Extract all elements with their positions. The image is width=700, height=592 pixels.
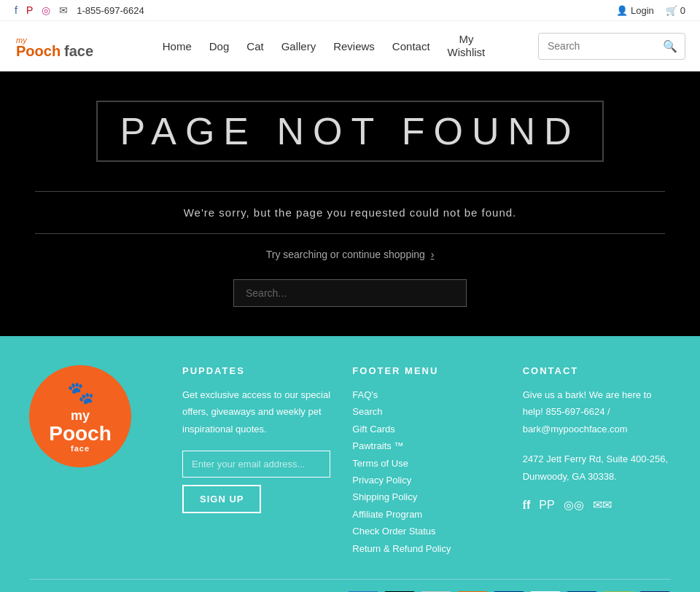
not-found-search-box xyxy=(233,279,467,307)
nav-home[interactable]: Home xyxy=(163,40,192,52)
footer-link-terms[interactable]: Terms of Use xyxy=(352,455,500,472)
not-found-subtext: Try searching or continue shopping › xyxy=(266,249,435,260)
facebook-icon[interactable]: f xyxy=(15,4,18,16)
contact-address1: 2472 Jett Ferry Rd, Suite 400-256, xyxy=(523,451,671,467)
footer-pinterest-icon[interactable]: P xyxy=(539,495,554,516)
footer-main: 🐾 my Pooch face PUPDATES Get exclusive a… xyxy=(29,365,671,557)
not-found-search-input[interactable] xyxy=(233,279,467,307)
signup-button[interactable]: SIGN UP xyxy=(182,485,261,513)
top-bar-left: f P ◎ ✉ 1-855-697-6624 xyxy=(15,4,144,16)
cart-button[interactable]: 🛒 0 xyxy=(666,5,685,16)
contact-email: bark@mypoochface.com xyxy=(523,421,671,437)
navigation: my Pooch face Home Dog Cat Gallery Revie… xyxy=(0,21,700,71)
pupdates-text: Get exclusive access to our special offe… xyxy=(182,386,330,437)
pupdates-heading: PUPDATES xyxy=(182,365,330,376)
nav-contact[interactable]: Contact xyxy=(392,40,430,52)
not-found-section: PAGE NOT FOUND We're sorry, but the page… xyxy=(0,71,700,336)
nav-cat[interactable]: Cat xyxy=(246,40,263,52)
footer-logo-col: 🐾 my Pooch face xyxy=(29,365,160,557)
logo[interactable]: my Pooch face xyxy=(15,28,109,63)
footer-link-affiliate[interactable]: Affiliate Program xyxy=(352,506,500,523)
footer-link-orderstatus[interactable]: Check Order Status xyxy=(352,523,500,540)
contact-address2: Dunwoody, GA 30338. xyxy=(523,468,671,485)
footer-menu-heading: FOOTER MENU xyxy=(352,365,500,376)
footer-email-icon[interactable]: ✉ xyxy=(593,495,612,516)
footer-pupdates-col: PUPDATES Get exclusive access to our spe… xyxy=(182,365,330,557)
top-bar: f P ◎ ✉ 1-855-697-6624 👤 Login 🛒 0 xyxy=(0,0,700,21)
footer-contact-col: CONTACT Give us a bark! We are here to h… xyxy=(523,365,671,557)
not-found-title: PAGE NOT FOUND xyxy=(96,101,603,162)
footer: 🐾 my Pooch face PUPDATES Get exclusive a… xyxy=(0,336,700,592)
contact-heading: CONTACT xyxy=(523,365,671,376)
search-input[interactable] xyxy=(539,34,656,58)
footer-facebook-icon[interactable]: f xyxy=(523,495,531,516)
footer-link-faqs[interactable]: FAQ's xyxy=(352,386,500,403)
svg-text:Pooch: Pooch xyxy=(16,43,61,59)
nav-reviews[interactable]: Reviews xyxy=(333,40,375,52)
pinterest-icon[interactable]: P xyxy=(26,4,33,16)
footer-link-privacy[interactable]: Privacy Policy xyxy=(352,472,500,488)
search-button[interactable]: 🔍 xyxy=(656,34,685,59)
top-bar-right: 👤 Login 🛒 0 xyxy=(616,5,685,16)
not-found-message: We're sorry, but the page you requested … xyxy=(184,206,517,219)
nav-links: Home Dog Cat Gallery Reviews Contact MyW… xyxy=(163,33,485,59)
footer-bottom: © 2018 My Pooch Face. | All Rights Reser… xyxy=(29,579,671,592)
nav-wishlist[interactable]: MyWishlist xyxy=(448,33,486,59)
divider-top xyxy=(35,191,665,192)
footer-social: f P ◎ ✉ xyxy=(523,495,671,516)
logo-svg: my Pooch face xyxy=(15,28,109,63)
footer-menu-col: FOOTER MENU FAQ's Search Gift Cards Pawt… xyxy=(352,365,500,557)
contact-text1: Give us a bark! We are here to help! 855… xyxy=(523,386,671,421)
footer-instagram-icon[interactable]: ◎ xyxy=(564,495,584,516)
cart-icon: 🛒 xyxy=(666,5,677,16)
search-box: 🔍 xyxy=(538,33,685,60)
footer-link-giftcards[interactable]: Gift Cards xyxy=(352,421,500,437)
svg-text:face: face xyxy=(64,43,93,59)
phone-number: 1-855-697-6624 xyxy=(77,5,144,16)
paw-icon: 🐾 xyxy=(67,380,94,405)
login-button[interactable]: 👤 Login xyxy=(616,5,654,16)
footer-link-pawtraits[interactable]: Pawtraits ™ xyxy=(352,437,500,454)
footer-link-search[interactable]: Search xyxy=(352,403,500,420)
user-icon: 👤 xyxy=(616,5,628,16)
nav-gallery[interactable]: Gallery xyxy=(281,40,316,52)
instagram-icon[interactable]: ◎ xyxy=(42,4,50,16)
email-icon[interactable]: ✉ xyxy=(59,4,68,16)
nav-dog[interactable]: Dog xyxy=(209,40,230,52)
footer-link-shipping[interactable]: Shipping Policy xyxy=(352,488,500,505)
divider-bottom xyxy=(35,233,665,234)
footer-logo: 🐾 my Pooch face xyxy=(29,365,131,467)
footer-link-refund[interactable]: Return & Refund Policy xyxy=(352,540,500,557)
email-input[interactable] xyxy=(182,451,330,478)
